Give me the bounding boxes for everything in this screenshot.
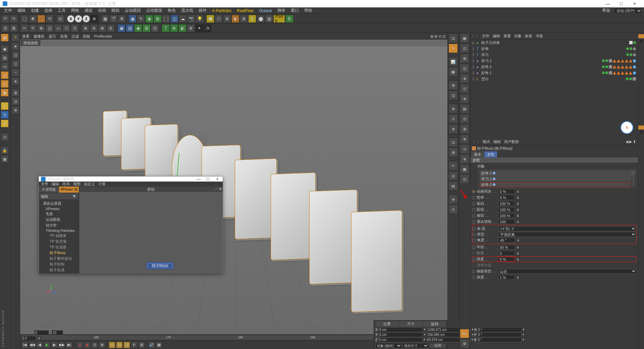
vr1-5[interactable]: ⊞: [448, 81, 458, 90]
fx-button[interactable]: .fx: [204, 24, 211, 32]
xp-tree-系统运算器[interactable]: 系统运算器: [40, 201, 77, 206]
vr1-16[interactable]: ⊙: [448, 205, 458, 214]
render-view[interactable]: ▦: [101, 15, 109, 23]
attr-value[interactable]: 1 %: [498, 275, 515, 280]
axis-x-toggle[interactable]: X: [67, 15, 74, 22]
tool2-12[interactable]: ⊗: [98, 24, 106, 32]
keyframe-dot[interactable]: [472, 270, 475, 273]
xp-tab-0[interactable]: X-管理器: [39, 187, 59, 193]
obj-tag[interactable]: [613, 65, 616, 68]
recent-tool[interactable]: ⊡: [56, 15, 64, 23]
misc-2[interactable]: 🔒: [1, 146, 9, 154]
xp-canvas-handles[interactable]: ⤢ ▣: [215, 187, 222, 191]
obj-tag[interactable]: [626, 47, 629, 50]
keyframe-dot[interactable]: [472, 227, 476, 231]
obj-tag[interactable]: [633, 41, 636, 44]
coord-mode-2[interactable]: 绝对尺寸: [402, 343, 429, 348]
vr1-2[interactable]: ✎: [448, 44, 458, 53]
node-in-port[interactable]: [149, 264, 151, 268]
obj-tab-文件[interactable]: 文件: [482, 34, 489, 39]
lt2-5[interactable]: ⊞: [11, 89, 19, 97]
menu-文件[interactable]: 文件: [2, 7, 14, 14]
xp-menu-布局[interactable]: 布局: [62, 182, 70, 187]
spinner[interactable]: ▴: [516, 195, 520, 200]
subtab-参数[interactable]: 参数: [484, 151, 497, 157]
obj-tag[interactable]: [605, 65, 608, 68]
xp-tree-粒子生成[interactable]: 粒子生成: [40, 267, 77, 273]
obj-tag[interactable]: [626, 53, 629, 56]
lt2-7[interactable]: ⊕: [11, 106, 19, 114]
obj-tag[interactable]: [613, 59, 616, 62]
obj-tab-标签[interactable]: 标签: [525, 34, 532, 39]
vr1-14[interactable]: ▤: [448, 181, 458, 191]
generator-nurbs[interactable]: ◉: [145, 15, 153, 23]
vr2-8[interactable]: ▤: [460, 104, 469, 113]
vr1-3[interactable]: 📊: [448, 57, 458, 66]
prev-key[interactable]: ◀◀: [29, 342, 36, 348]
tool2-2[interactable]: ⊞: [10, 24, 18, 32]
obj-tag[interactable]: [613, 71, 616, 74]
obj-tag[interactable]: [602, 65, 605, 68]
xpresso-titlebar[interactable]: XPresso 编辑器 — □ ×: [39, 177, 223, 182]
xp-tree-粒子绘制[interactable]: 粒子绘制: [40, 261, 77, 267]
keyframe-dot[interactable]: [472, 264, 475, 267]
vr1-11[interactable]: ⊞: [448, 148, 458, 157]
tool2-4[interactable]: ✎: [29, 24, 37, 32]
obj-row-好奇.2[interactable]: ├●好奇.2: [471, 64, 638, 70]
vp-menu-显示[interactable]: 显示: [49, 34, 56, 39]
xp-node-blurp[interactable]: 粒子Blurp: [146, 262, 174, 269]
attr-select-保留类型[interactable]: 山谷: [498, 269, 637, 274]
tool2-8[interactable]: ⬡: [62, 24, 70, 32]
attr-select-类型[interactable]: 平滑距离: [498, 232, 636, 237]
menu-插件[interactable]: 插件: [197, 7, 209, 14]
obj-tag[interactable]: [633, 59, 636, 62]
close-button[interactable]: ×: [628, 1, 641, 6]
key-rot[interactable]: ⊡: [123, 342, 130, 348]
obj-tag[interactable]: [617, 71, 620, 74]
menu-模拟[interactable]: 模拟: [109, 7, 121, 14]
attr-value[interactable]: 100 %: [498, 201, 515, 206]
prev-frame[interactable]: ◀: [36, 342, 43, 348]
spinner[interactable]: ▴: [516, 207, 520, 212]
frame-spinner[interactable]: ▴: [38, 336, 41, 341]
tool2-3[interactable]: ✂: [20, 24, 29, 32]
obj-row-好奇[interactable]: ├T好奇: [471, 46, 638, 52]
vr2-13[interactable]: ⊗: [460, 154, 469, 164]
vr2-12[interactable]: ⊙: [460, 144, 469, 154]
workplane-mode[interactable]: ▭: [1, 62, 9, 70]
tool2-16[interactable]: ◉: [134, 24, 142, 32]
xp-max[interactable]: □: [205, 177, 211, 182]
select-tool[interactable]: ⬚: [20, 15, 29, 23]
menu-X-Particles[interactable]: X-Particles: [210, 8, 233, 14]
menu-编辑[interactable]: 编辑: [15, 7, 28, 14]
vp-nav-icon[interactable]: ⊞ ⊕ ⊙ ⊡: [430, 34, 445, 39]
obj-tag[interactable]: [625, 71, 628, 74]
vp-menu-查看[interactable]: 查看: [22, 34, 30, 39]
obj-tag[interactable]: [630, 47, 632, 50]
plugin-btn-7[interactable]: ⬤: [257, 15, 265, 23]
xp-tree-粒子事件波动[interactable]: 粒子事件波动: [40, 256, 77, 261]
menu-捕捉[interactable]: 捕捉: [83, 7, 95, 14]
lt2-2[interactable]: ⊙: [11, 60, 19, 68]
keyframe-dot[interactable]: [472, 258, 475, 261]
play-button[interactable]: ▶: [44, 342, 50, 348]
obj-row-学习.1[interactable]: ├●学习.1: [471, 58, 638, 64]
menu-帮助[interactable]: 帮助: [302, 7, 314, 14]
menu-运动跟踪[interactable]: 运动跟踪: [123, 7, 143, 14]
node-out-port[interactable]: [169, 264, 171, 268]
pos-Y[interactable]: [378, 332, 423, 337]
obj-tag[interactable]: [633, 53, 636, 56]
obj-tag[interactable]: [605, 71, 608, 74]
sidestrip-tab-1[interactable]: 对象: [638, 34, 644, 38]
xp-menu-视图[interactable]: 视图: [73, 182, 80, 187]
make-editable[interactable]: ▦: [1, 34, 9, 42]
obj-tab-查看[interactable]: 查看: [503, 34, 511, 39]
vp-menu-面板[interactable]: 面板: [83, 34, 90, 39]
attr-tab-编辑[interactable]: 编辑: [493, 139, 501, 144]
keyframe-dot[interactable]: [472, 252, 475, 255]
vp-menu-ProRender[interactable]: ProRender: [94, 34, 112, 38]
xp-close[interactable]: ×: [214, 177, 221, 182]
xp-tab-1[interactable]: XPresso 池: [59, 187, 79, 193]
tool2-17[interactable]: ⊞: [143, 24, 151, 32]
menu-角色[interactable]: 角色: [166, 7, 178, 14]
